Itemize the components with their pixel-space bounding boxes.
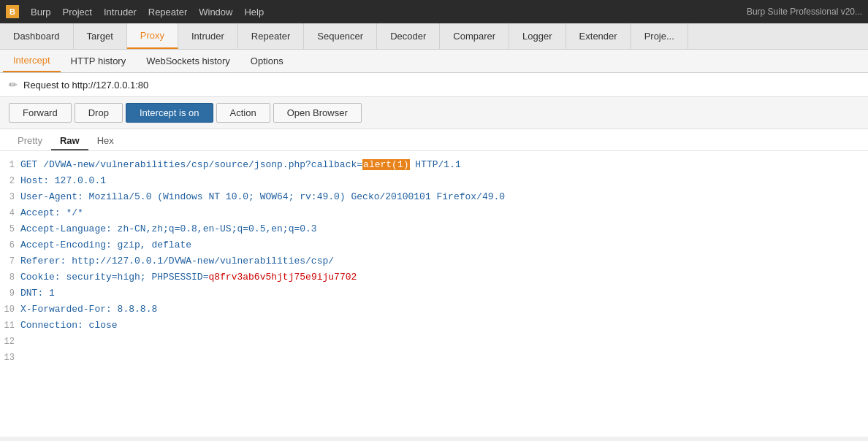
code-content: Accept-Encoding: gzip, deflate [20, 237, 191, 253]
code-line-2: 2 Host: 127.0.0.1 [0, 173, 862, 189]
menu-burp[interactable]: Burp [31, 7, 50, 18]
tab-intruder[interactable]: Intruder [178, 23, 238, 49]
code-content: Accept-Language: zh-CN,zh;q=0.8,en-US;q=… [20, 221, 317, 237]
line-number: 1 [0, 157, 20, 173]
tab-logger[interactable]: Logger [509, 23, 566, 49]
tab-http-history[interactable]: HTTP history [61, 50, 137, 72]
code-line-8: 8 Cookie: security=high; PHPSESSID=q8frv… [0, 269, 862, 285]
intercept-toggle-button[interactable]: Intercept is on [126, 103, 213, 123]
code-content: Host: 127.0.0.1 [20, 173, 106, 189]
line-number: 6 [0, 237, 20, 253]
line-number: 10 [0, 302, 20, 318]
code-content: X-Forwarded-For: 8.8.8.8 [20, 302, 157, 318]
code-content: Referer: http://127.0.0.1/DVWA-new/vulne… [20, 253, 334, 269]
line-number: 12 [0, 334, 20, 350]
title-bar: B Burp Project Intruder Repeater Window … [0, 0, 868, 23]
code-line-6: 6 Accept-Encoding: gzip, deflate [0, 237, 862, 253]
code-content: DNT: 1 [20, 285, 55, 302]
code-content: Cookie: security=high; PHPSESSID=q8frv3a… [20, 269, 357, 285]
line-number: 7 [0, 253, 20, 269]
tab-proxy[interactable]: Proxy [127, 23, 178, 49]
open-browser-button[interactable]: Open Browser [273, 103, 362, 123]
title-bar-menu: Burp Project Intruder Repeater Window He… [31, 7, 264, 18]
code-line-1: 1 GET /DVWA-new/vulnerabilities/csp/sour… [0, 157, 862, 173]
tab-websockets-history[interactable]: WebSockets history [136, 50, 240, 72]
view-tab-hex[interactable]: Hex [88, 132, 123, 150]
code-line-12: 12 [0, 334, 862, 350]
menu-window[interactable]: Window [199, 7, 232, 18]
code-line-9: 9 DNT: 1 [0, 285, 862, 302]
drop-button[interactable]: Drop [75, 103, 123, 123]
tab-sequencer[interactable]: Sequencer [304, 23, 377, 49]
forward-button[interactable]: Forward [9, 103, 72, 123]
tab-project[interactable]: Proje... [631, 23, 688, 49]
highlighted-value: alert(1) [362, 159, 409, 170]
line-number: 8 [0, 269, 20, 285]
menu-project[interactable]: Project [62, 7, 91, 18]
view-tab-pretty[interactable]: Pretty [9, 132, 51, 150]
menu-help[interactable]: Help [244, 7, 264, 18]
line-number: 4 [0, 205, 20, 221]
app-title: Burp Suite Professional v20... [747, 7, 862, 17]
tab-dashboard[interactable]: Dashboard [0, 23, 74, 49]
line-number: 11 [0, 318, 20, 334]
code-line-7: 7 Referer: http://127.0.0.1/DVWA-new/vul… [0, 253, 862, 269]
sub-nav: Intercept HTTP history WebSockets histor… [0, 50, 868, 73]
code-line-5: 5 Accept-Language: zh-CN,zh;q=0.8,en-US;… [0, 221, 862, 237]
code-content: User-Agent: Mozilla/5.0 (Windows NT 10.0… [20, 189, 505, 205]
view-tab-raw[interactable]: Raw [51, 132, 88, 150]
main-nav: Dashboard Target Proxy Intruder Repeater… [0, 23, 868, 50]
code-line-4: 4 Accept: */* [0, 205, 862, 221]
menu-intruder[interactable]: Intruder [104, 7, 137, 18]
code-content: Accept: */* [20, 205, 83, 221]
edit-icon: ✏ [9, 79, 18, 91]
tab-extender[interactable]: Extender [566, 23, 631, 49]
tab-comparer[interactable]: Comparer [440, 23, 509, 49]
code-line-10: 10 X-Forwarded-For: 8.8.8.8 [0, 302, 862, 318]
code-line-11: 11 Connection: close [0, 318, 862, 334]
code-content: GET /DVWA-new/vulnerabilities/csp/source… [20, 157, 461, 173]
code-content [20, 350, 26, 366]
tab-target[interactable]: Target [74, 23, 127, 49]
toolbar: Forward Drop Intercept is on Action Open… [0, 97, 868, 129]
code-line-13: 13 [0, 350, 862, 366]
cookie-value: q8frv3ab6v5hjtj75e9iju7702 [208, 272, 357, 283]
view-tabs: Pretty Raw Hex [0, 129, 868, 151]
request-info-bar: ✏ Request to http://127.0.0.1:80 [0, 73, 868, 97]
line-number: 3 [0, 189, 20, 205]
line-number: 9 [0, 285, 20, 302]
request-url: Request to http://127.0.0.1:80 [23, 80, 148, 91]
line-number: 13 [0, 350, 20, 366]
line-number: 2 [0, 173, 20, 189]
menu-repeater[interactable]: Repeater [148, 7, 187, 18]
action-button[interactable]: Action [216, 103, 270, 123]
code-content [20, 334, 26, 350]
tab-options[interactable]: Options [240, 50, 294, 72]
code-area: 1 GET /DVWA-new/vulnerabilities/csp/sour… [0, 151, 868, 437]
tab-repeater[interactable]: Repeater [238, 23, 304, 49]
tab-decoder[interactable]: Decoder [377, 23, 440, 49]
code-line-3: 3 User-Agent: Mozilla/5.0 (Windows NT 10… [0, 189, 862, 205]
line-number: 5 [0, 221, 20, 237]
app-logo: B [6, 5, 19, 18]
tab-intercept[interactable]: Intercept [3, 50, 61, 72]
code-content: Connection: close [20, 318, 118, 334]
